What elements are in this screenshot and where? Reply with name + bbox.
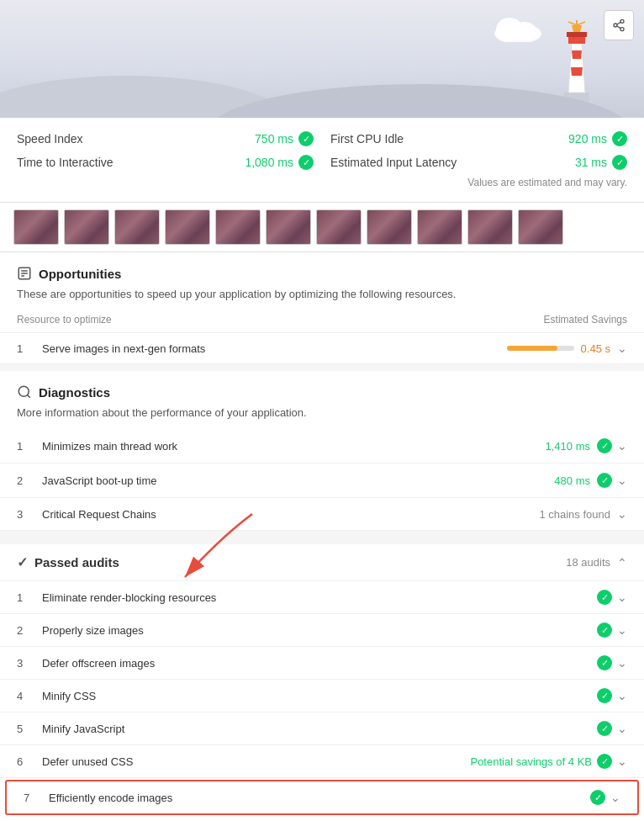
chevron-down-a1[interactable]: ⌄ <box>617 591 627 604</box>
savings-bar-container: 0.45 s ⌄ <box>507 342 627 355</box>
audit-row-8[interactable]: 8 Enable text compression ⌄ <box>0 817 644 821</box>
svg-point-0 <box>620 19 624 23</box>
svg-point-24 <box>18 386 29 396</box>
cloud-icon <box>493 13 543 42</box>
chevron-down-a4[interactable]: ⌄ <box>617 689 627 702</box>
audit-check-4: ✓ <box>597 688 612 703</box>
filmstrip-frame-8[interactable] <box>367 209 412 245</box>
passed-audits-title: Passed audits <box>34 555 119 569</box>
diag-row-3[interactable]: 3 Critical Request Chains 1 chains found… <box>0 498 644 531</box>
audit-row-5[interactable]: 5 Minify JavaScript ✓ ⌄ <box>0 712 644 745</box>
audit-row-6[interactable]: 6 Defer unused CSS Potential savings of … <box>0 745 644 778</box>
filmstrip-frame-9[interactable] <box>417 209 462 245</box>
svg-line-25 <box>27 395 29 397</box>
opportunity-row-1[interactable]: 1 Serve images in next-gen formats 0.45 … <box>0 333 644 364</box>
svg-line-17 <box>568 22 577 25</box>
chevron-down-icon-d3[interactable]: ⌄ <box>617 507 627 521</box>
audit-right-2: ✓ ⌄ <box>597 622 627 638</box>
hills-illustration <box>0 76 644 118</box>
audit-label-4: Minify CSS <box>42 690 597 702</box>
opportunities-header: Opportunities <box>0 252 644 288</box>
diagnostics-icon <box>17 384 32 400</box>
diag-check-2: ✓ <box>597 473 612 488</box>
first-cpu-idle-value: 920 ms <box>568 132 607 146</box>
metrics-grid: Speed Index 750 ms ✓ First CPU Idle 920 … <box>17 131 627 170</box>
filmstrip-frame-4[interactable] <box>165 209 210 245</box>
header-area <box>0 0 644 118</box>
chevron-down-icon-d2[interactable]: ⌄ <box>617 474 627 487</box>
filmstrip-frame-10[interactable] <box>467 209 513 245</box>
diag-row-1[interactable]: 1 Minimizes main thread work 1,410 ms ✓ … <box>0 429 644 463</box>
opportunities-section: Opportunities These are opportunities to… <box>0 252 644 364</box>
passed-audits-section: ✓ Passed audits 18 audits ⌃ 1 Eliminate … <box>0 531 644 821</box>
diag-row-2[interactable]: 2 JavaScript boot-up time 480 ms ✓ ⌄ <box>0 463 644 498</box>
filmstrip-frame-6[interactable] <box>266 209 311 245</box>
passed-audits-header[interactable]: ✓ Passed audits 18 audits ⌃ <box>0 538 644 581</box>
filmstrip-frame-3[interactable] <box>114 209 160 245</box>
time-to-interactive-row: Time to Interactive 1,080 ms ✓ <box>17 155 314 170</box>
opportunity-label-1: Serve images in next-gen formats <box>42 342 507 355</box>
audit-row-3[interactable]: 3 Defer offscreen images ✓ ⌄ <box>0 647 644 680</box>
filmstrip-frame-7[interactable] <box>316 209 362 245</box>
audit-check-2: ✓ <box>597 622 612 638</box>
audit-check-6: ✓ <box>597 754 612 769</box>
audit-check-5: ✓ <box>597 721 612 736</box>
audit-check-3: ✓ <box>597 655 612 670</box>
audit-right-3: ✓ ⌄ <box>597 655 627 670</box>
audit-row-7[interactable]: 7 Efficiently encode images ✓ ⌄ <box>7 781 637 813</box>
chevron-down-icon-d1[interactable]: ⌄ <box>617 439 627 453</box>
filmstrip-frame-5[interactable] <box>215 209 261 245</box>
filmstrip-frame-2[interactable] <box>64 209 109 245</box>
time-to-interactive-value-group: 1,080 ms ✓ <box>245 155 314 170</box>
chevron-down-icon-1[interactable]: ⌄ <box>617 342 627 355</box>
audit-check-7: ✓ <box>590 790 605 805</box>
savings-bar-fill <box>507 346 557 351</box>
audit-row-1[interactable]: 1 Eliminate render-blocking resources ✓ … <box>0 581 644 614</box>
audit-label-7: Efficiently encode images <box>49 792 590 804</box>
first-cpu-idle-label: First CPU Idle <box>330 132 404 146</box>
opportunities-icon <box>17 266 32 281</box>
audit-number-4: 4 <box>17 690 34 702</box>
filmstrip-frame-1[interactable] <box>13 209 59 245</box>
filmstrip-frame-11[interactable] <box>518 209 563 245</box>
audit-row-2[interactable]: 2 Properly size images ✓ ⌄ <box>0 614 644 647</box>
audit-label-5: Minify JavaScript <box>42 723 597 735</box>
opportunities-table-header: Resource to optimize Estimated Savings <box>0 310 644 333</box>
audit-right-6: Potential savings of 4 KB ✓ ⌄ <box>470 754 627 769</box>
passed-audits-right: 18 audits ⌃ <box>566 556 627 569</box>
chevron-down-a2[interactable]: ⌄ <box>617 623 627 637</box>
svg-line-3 <box>617 26 621 29</box>
savings-value-1: 0.45 s <box>581 342 610 355</box>
opportunities-desc: These are opportunities to speed up your… <box>0 288 644 310</box>
svg-point-1 <box>614 24 617 27</box>
audit-number-1: 1 <box>17 591 34 604</box>
metrics-section: Speed Index 750 ms ✓ First CPU Idle 920 … <box>0 118 644 203</box>
audit-label-3: Defer offscreen images <box>42 657 597 670</box>
chevron-down-a5[interactable]: ⌄ <box>617 722 627 735</box>
audit-number-7: 7 <box>24 792 40 804</box>
speed-index-label: Speed Index <box>17 132 83 146</box>
chevron-up-icon[interactable]: ⌃ <box>617 556 627 569</box>
audit-label-6: Defer unused CSS <box>42 755 470 768</box>
first-cpu-idle-check: ✓ <box>612 131 627 146</box>
diag-value-3: 1 chains found <box>539 508 610 521</box>
passed-audits-count: 18 audits <box>566 556 610 569</box>
time-to-interactive-value: 1,080 ms <box>245 156 293 169</box>
passed-checkmark-icon: ✓ <box>17 554 28 570</box>
estimated-input-latency-value: 31 ms <box>575 156 607 169</box>
diag-number-3: 3 <box>17 508 34 521</box>
eil-check: ✓ <box>612 155 627 170</box>
audit-right-7: ✓ ⌄ <box>590 790 620 805</box>
chevron-down-a6[interactable]: ⌄ <box>617 755 627 768</box>
svg-point-19 <box>210 84 631 118</box>
passed-audits-left: ✓ Passed audits <box>17 554 119 570</box>
chevron-down-a7[interactable]: ⌄ <box>610 791 620 804</box>
first-cpu-idle-row: First CPU Idle 920 ms ✓ <box>330 131 627 146</box>
audit-check-1: ✓ <box>597 590 612 605</box>
diag-check-1: ✓ <box>597 438 612 453</box>
savings-bar <box>507 346 574 351</box>
svg-line-16 <box>577 22 585 25</box>
tti-check: ✓ <box>298 155 314 170</box>
audit-row-4[interactable]: 4 Minify CSS ✓ ⌄ <box>0 680 644 712</box>
chevron-down-a3[interactable]: ⌄ <box>617 656 627 670</box>
